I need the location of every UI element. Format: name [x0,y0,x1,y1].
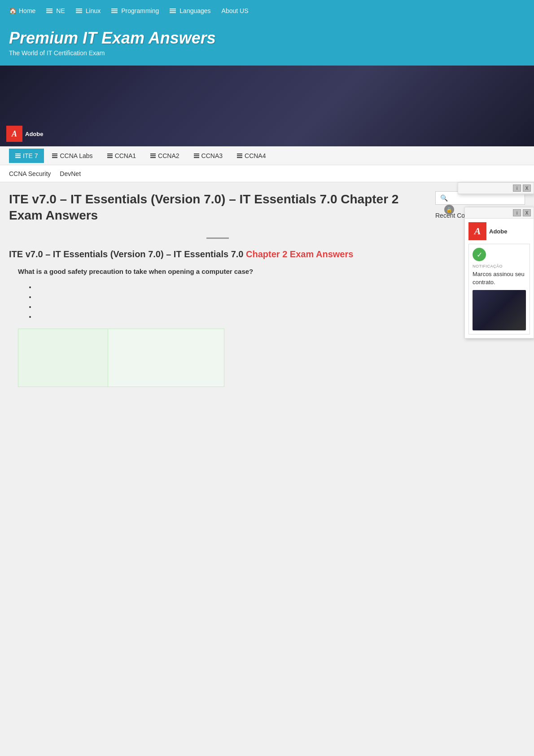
nav-ne[interactable]: NE [46,7,65,14]
menu-lines-icon [111,9,118,13]
ad-adobe-icon: A [468,222,486,240]
site-subtitle: The World of IT Certification Exam [9,49,525,57]
notification-card: ✓ NOTIFICAÇÃO Marcos assinou seu contrat… [468,244,530,334]
answer-box-inner [18,329,108,387]
menu-lines-icon [170,9,176,13]
answer-list [9,282,426,321]
ad2-header: i X [465,207,534,219]
ad2-close-button[interactable]: X [523,209,531,216]
menu-icon [15,154,21,158]
lock-icon: 🔒 [444,205,454,215]
ad-adobe-name: Adobe [489,228,507,235]
menu-icon [194,154,199,158]
menu-icon [237,154,242,158]
ad-header: i X [458,183,534,194]
notification-text: Marcos assinou seu contrato. [473,270,526,286]
article-title: ITE v7.0 – IT Essentials (Version 7.0) –… [9,248,426,260]
adobe-label: Adobe [25,131,43,137]
subnav-ite7[interactable]: ITE 7 [9,149,44,163]
nav-linux[interactable]: Linux [76,7,101,14]
sub-navigation-2: CCNA Security DevNet [0,165,534,182]
subnav-ccna1[interactable]: CCNA1 [101,149,142,163]
article-section: ITE v7.0 – IT Essentials (Version 7.0) –… [9,248,426,387]
adobe-icon: A [6,126,22,142]
sub-navigation: ITE 7 CCNA Labs CCNA1 CCNA2 CCNA3 CCNA4 [0,146,534,165]
menu-lines-icon [46,9,53,13]
nav-home[interactable]: 🏠 Home [9,7,35,14]
menu-lines-icon [76,9,82,13]
subnav-ccna4[interactable]: CCNA4 [231,149,272,163]
top-navigation: 🏠 Home NE Linux Programming Languages Ab… [0,0,534,22]
section-divider [206,237,229,239]
nav-languages[interactable]: Languages [170,7,210,14]
list-item [36,312,426,321]
menu-icon [150,154,156,158]
subnav2-devnet[interactable]: DevNet [60,170,81,177]
header-banner: Premium IT Exam Answers The World of IT … [0,22,534,66]
notification-label: NOTIFICAÇÃO [473,264,526,268]
ad-close-button[interactable]: X [523,185,531,192]
answer-box [18,329,224,387]
list-item [36,292,426,302]
article-question: What is a good safety precaution to take… [18,267,426,277]
notification-image [473,290,526,330]
ad2-info-button[interactable]: i [513,209,521,216]
nav-about[interactable]: About US [222,7,249,14]
ad2-content: A Adobe ✓ NOTIFICAÇÃO Marcos assinou seu… [465,219,534,338]
list-item [36,282,426,292]
subnav-ccna-labs[interactable]: CCNA Labs [46,149,99,163]
site-title: Premium IT Exam Answers [9,29,525,48]
hero-image: A Adobe [0,66,534,146]
adobe-logo-hero: A Adobe [6,126,43,142]
floating-ad-2: i X A Adobe ✓ NOTIFICAÇÃO Marcos assinou… [464,207,534,338]
check-icon: ✓ [473,248,486,261]
subnav2-ccna-security[interactable]: CCNA Security [9,170,51,177]
subnav-ccna3[interactable]: CCNA3 [188,149,229,163]
floating-ad-container: i X 🔒 i X [449,182,534,434]
main-wrapper: ITE v7.0 – IT Essentials (Version 7.0) –… [0,182,534,400]
home-icon: 🏠 [9,7,17,14]
nav-programming[interactable]: Programming [111,7,159,14]
list-item [36,302,426,312]
menu-icon [52,154,57,158]
floating-ad-1: i X [458,182,534,194]
main-content: ITE v7.0 – IT Essentials (Version 7.0) –… [9,191,426,391]
subnav-ccna2[interactable]: CCNA2 [144,149,185,163]
page-title: ITE v7.0 – IT Essentials (Version 7.0) –… [9,191,426,224]
ad-info-button[interactable]: i [513,185,521,192]
menu-icon [107,154,113,158]
ad-adobe-logo: A Adobe [468,222,530,240]
